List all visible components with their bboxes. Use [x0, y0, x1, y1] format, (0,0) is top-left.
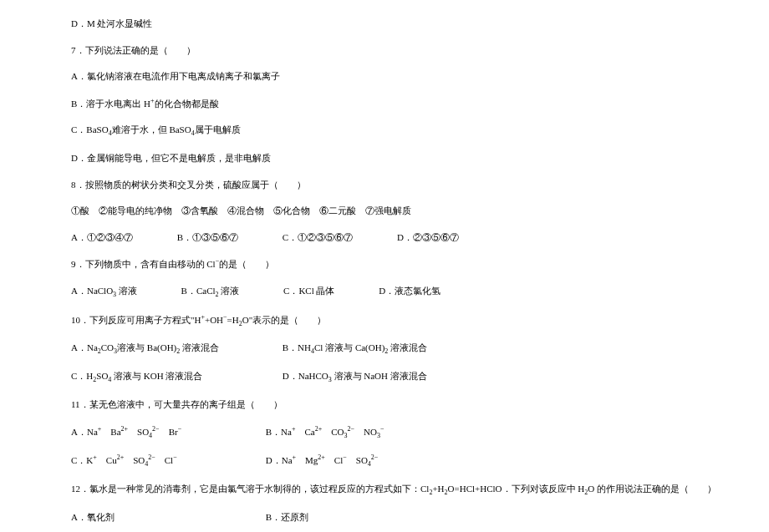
- q12-stem: 12．氯水是一种常见的消毒剂，它是由氯气溶于水制得的，该过程反应的方程式如下：C…: [71, 482, 698, 499]
- q8-options: A．①②③④⑦ B．①③⑤⑥⑦ C．①②③⑤⑥⑦ D．②③⑤⑥⑦: [71, 231, 698, 246]
- q11-stem: 11．某无色溶液中，可大量共存的离子组是（ ）: [71, 398, 698, 413]
- q8-option-c: C．①②③⑤⑥⑦: [283, 231, 353, 246]
- q8-stem: 8．按照物质的树状分类和交叉分类，硫酸应属于（ ）: [71, 178, 698, 193]
- q9-option-d: D．液态氯化氢: [379, 284, 441, 299]
- q12-options-ab: A．氧化剂 B．还原剂: [71, 510, 698, 525]
- q6-option-d: D．M 处河水显碱性: [71, 17, 698, 32]
- q10-options-ab: A．Na2CO3溶液与 Ba(OH)2 溶液混合 B．NH4Cl 溶液与 Ca(…: [71, 341, 698, 357]
- q11-option-d: D．Na+ Mg2+ Cl− SO42−: [266, 453, 458, 470]
- q11-option-c: C．K+ Cu2+ SO42− Cl−: [71, 453, 263, 470]
- q10-option-b: B．NH4Cl 溶液与 Ca(OH)2 溶液混合: [283, 341, 491, 357]
- q9-option-b: B．CaCl2 溶液: [181, 284, 240, 301]
- q11-options-cd: C．K+ Cu2+ SO42− Cl− D．Na+ Mg2+ Cl− SO42−: [71, 453, 698, 470]
- q10-option-d: D．NaHCO3 溶液与 NaOH 溶液混合: [283, 369, 491, 386]
- q8-option-d: D．②③⑤⑥⑦: [397, 231, 459, 246]
- q12-option-b: B．还原剂: [266, 510, 458, 525]
- q10-option-a: A．Na2CO3溶液与 Ba(OH)2 溶液混合: [71, 341, 280, 357]
- q9-option-c: C．KCl 晶体: [283, 284, 334, 299]
- q7-option-b: B．溶于水电离出 H+的化合物都是酸: [71, 96, 698, 111]
- q8-categories: ①酸 ②能导电的纯净物 ③含氧酸 ④混合物 ⑤化合物 ⑥二元酸 ⑦强电解质: [71, 204, 698, 219]
- q9-stem: 9．下列物质中，含有自由移动的 Cl−的是（ ）: [71, 256, 698, 271]
- q11-option-a: A．Na+ Ba2+ SO42− Br−: [71, 424, 263, 442]
- q12-option-a: A．氧化剂: [71, 510, 263, 525]
- q10-stem: 10．下列反应可用离子方程式"H++OH−=H2O"表示的是（ ）: [71, 312, 698, 330]
- q10-options-cd: C．H2SO4 溶液与 KOH 溶液混合 D．NaHCO3 溶液与 NaOH 溶…: [71, 369, 698, 386]
- q7-option-d: D．金属铜能导电，但它不是电解质，是非电解质: [71, 151, 698, 166]
- q8-option-b: B．①③⑤⑥⑦: [177, 231, 238, 246]
- q11-options-ab: A．Na+ Ba2+ SO42− Br− B．Na+ Ca2+ CO32− NO…: [71, 424, 698, 442]
- q10-option-c: C．H2SO4 溶液与 KOH 溶液混合: [71, 369, 280, 386]
- q11-option-b: B．Na+ Ca2+ CO32− NO3−: [266, 424, 458, 442]
- q7-option-c: C．BaSO4难溶于水，但 BaSO4属于电解质: [71, 123, 698, 139]
- q9-options: A．NaClO3 溶液 B．CaCl2 溶液 C．KCl 晶体 D．液态氯化氢: [71, 284, 698, 301]
- q8-option-a: A．①②③④⑦: [71, 231, 133, 246]
- q9-option-a: A．NaClO3 溶液: [71, 284, 137, 301]
- q7-option-a: A．氯化钠溶液在电流作用下电离成钠离子和氯离子: [71, 69, 698, 84]
- q7-stem: 7．下列说法正确的是（ ）: [71, 43, 698, 58]
